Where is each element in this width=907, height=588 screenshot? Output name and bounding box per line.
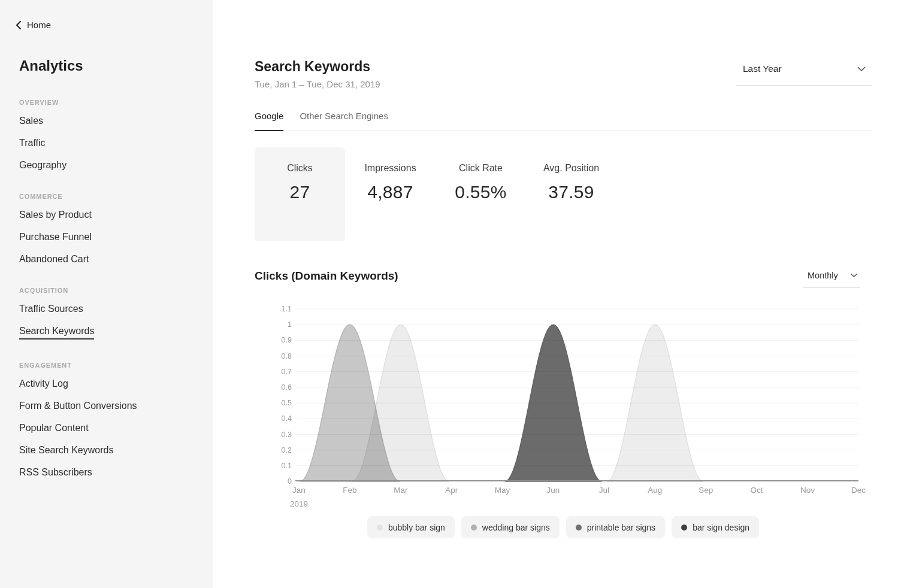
home-back-button[interactable]: Home <box>16 20 51 30</box>
x-axis-tick-label: Jan <box>292 486 306 495</box>
stats-row: Clicks 27 Impressions 4,887 Click Rate 0… <box>255 147 616 241</box>
legend-item-bar-sign-design[interactable]: bar sign design <box>672 516 759 538</box>
sidebar-item-label: Sales by Product <box>19 210 92 220</box>
legend-dot-icon <box>576 525 582 531</box>
sidebar-item-label: Activity Log <box>19 378 68 389</box>
sidebar-item-rss-subscribers[interactable]: RSS Subscribers <box>19 462 201 484</box>
sidebar-item-site-search-keywords[interactable]: Site Search Keywords <box>19 440 201 462</box>
x-axis-tick-label: Feb <box>343 486 356 495</box>
x-axis-tick-label: Apr <box>445 486 458 495</box>
chart-legend: bubbly bar sign wedding bar signs printa… <box>255 516 872 538</box>
tab-other-search-engines[interactable]: Other Search Engines <box>300 111 388 131</box>
y-axis-tick-label: 0.1 <box>282 462 292 470</box>
interval-dropdown-value: Monthly <box>808 271 838 280</box>
legend-label: bar sign design <box>693 523 749 532</box>
stat-card-avg-position[interactable]: Avg. Position 37.59 <box>526 147 616 241</box>
stat-card-click-rate[interactable]: Click Rate 0.55% <box>436 147 526 241</box>
sidebar-item-label: Traffic <box>19 138 46 148</box>
sidebar-item-label: Site Search Keywords <box>19 445 113 456</box>
legend-item-wedding-bar-signs[interactable]: wedding bar signs <box>461 516 560 538</box>
stat-label: Clicks <box>255 163 345 174</box>
legend-item-printable-bar-signs[interactable]: printable bar signs <box>566 516 665 538</box>
clicks-chart: 00.10.20.30.40.50.60.70.80.911.1JanFebMa… <box>255 301 872 513</box>
x-axis-tick-label: Jul <box>599 486 609 495</box>
chart-title: Clicks (Domain Keywords) <box>255 269 398 283</box>
y-axis-tick-label: 0.9 <box>282 336 292 344</box>
stat-card-impressions[interactable]: Impressions 4,887 <box>345 147 436 241</box>
stat-label: Impressions <box>345 163 436 174</box>
y-axis-tick-label: 1 <box>288 320 292 329</box>
sidebar-section-label: OVERVIEW <box>19 99 201 106</box>
clicks-chart-svg: 00.10.20.30.40.50.60.70.80.911.1JanFebMa… <box>255 301 872 513</box>
chevron-down-icon <box>850 273 858 278</box>
legend-label: bubbly bar sign <box>388 523 445 532</box>
sidebar-section-label: ENGAGEMENT <box>19 362 201 369</box>
stat-label: Avg. Position <box>526 163 616 174</box>
sidebar-item-activity-log[interactable]: Activity Log <box>19 373 201 395</box>
sidebar: Home Analytics OVERVIEW Sales Traffic Ge… <box>0 0 213 588</box>
sidebar-item-popular-content[interactable]: Popular Content <box>19 417 201 440</box>
chevron-left-icon <box>16 20 22 30</box>
sidebar-item-label: Search Keywords <box>19 326 94 340</box>
legend-dot-icon <box>681 525 687 531</box>
y-axis-tick-label: 0.4 <box>282 414 292 423</box>
y-axis-tick-label: 0.3 <box>282 431 292 439</box>
period-dropdown-value: Last Year <box>743 63 782 74</box>
sidebar-item-abandoned-cart[interactable]: Abandoned Cart <box>19 248 201 271</box>
sidebar-item-label: Geography <box>19 160 66 171</box>
y-axis-tick-label: 0 <box>288 477 292 486</box>
date-range-label: Tue, Jan 1 – Tue, Dec 31, 2019 <box>255 79 380 89</box>
stat-label: Click Rate <box>436 163 526 174</box>
sidebar-item-search-keywords[interactable]: Search Keywords <box>19 320 201 345</box>
sidebar-item-label: Form & Button Conversions <box>19 401 137 411</box>
legend-dot-icon <box>377 525 383 531</box>
y-axis-tick-label: 0.5 <box>282 399 292 407</box>
sidebar-section: ACQUISITION Traffic Sources Search Keywo… <box>19 287 201 345</box>
x-axis-tick-label: Nov <box>800 486 815 495</box>
stat-value: 4,887 <box>345 182 436 202</box>
sidebar-section: COMMERCE Sales by Product Purchase Funne… <box>19 193 201 271</box>
sidebar-section: ENGAGEMENT Activity Log Form & Button Co… <box>19 362 201 484</box>
sidebar-item-traffic-sources[interactable]: Traffic Sources <box>19 298 201 320</box>
sidebar-item-label: RSS Subscribers <box>19 467 92 478</box>
legend-label: printable bar signs <box>587 523 655 532</box>
y-axis-tick-label: 0.8 <box>282 352 292 360</box>
sidebar-item-sales-by-product[interactable]: Sales by Product <box>19 204 201 226</box>
sidebar-section-label: ACQUISITION <box>19 287 201 294</box>
x-axis-tick-label: Sep <box>699 486 713 495</box>
sidebar-item-label: Abandoned Cart <box>19 254 89 265</box>
sidebar-item-geography[interactable]: Geography <box>19 154 201 177</box>
x-axis-tick-label: Oct <box>751 486 763 495</box>
stat-value: 27 <box>255 182 345 202</box>
stat-card-clicks[interactable]: Clicks 27 <box>255 147 345 241</box>
stat-value: 37.59 <box>526 182 616 202</box>
y-axis-tick-label: 0.7 <box>282 368 292 376</box>
x-axis-tick-label: May <box>495 486 510 495</box>
sidebar-item-form-button-conversions[interactable]: Form & Button Conversions <box>19 395 201 417</box>
y-axis-tick-label: 1.1 <box>282 305 292 313</box>
stat-value: 0.55% <box>436 182 526 202</box>
sidebar-item-label: Traffic Sources <box>19 304 83 314</box>
sidebar-section-label: COMMERCE <box>19 193 201 200</box>
x-axis-tick-label: Dec <box>851 486 866 495</box>
legend-item-bubbly-bar-sign[interactable]: bubbly bar sign <box>367 516 455 538</box>
chevron-down-icon <box>857 66 866 72</box>
sidebar-item-label: Sales <box>19 116 43 126</box>
sidebar-item-sales[interactable]: Sales <box>19 110 201 132</box>
interval-dropdown[interactable]: Monthly <box>803 271 860 288</box>
sidebar-item-label: Popular Content <box>19 423 89 434</box>
tab-google[interactable]: Google <box>255 111 283 131</box>
x-axis-tick-label: Aug <box>648 486 662 495</box>
sidebar-section: OVERVIEW Sales Traffic Geography <box>19 99 201 177</box>
period-dropdown[interactable]: Last Year <box>736 63 872 86</box>
legend-dot-icon <box>471 525 477 531</box>
sidebar-item-traffic[interactable]: Traffic <box>19 132 201 154</box>
x-axis-year-label: 2019 <box>290 499 308 508</box>
x-axis-tick-label: Mar <box>394 486 408 495</box>
page-title: Search Keywords <box>255 59 370 75</box>
y-axis-tick-label: 0.2 <box>282 446 292 454</box>
sidebar-title: Analytics <box>19 57 83 74</box>
sidebar-item-purchase-funnel[interactable]: Purchase Funnel <box>19 226 201 248</box>
sidebar-item-label: Purchase Funnel <box>19 232 92 243</box>
legend-label: wedding bar signs <box>482 523 550 532</box>
